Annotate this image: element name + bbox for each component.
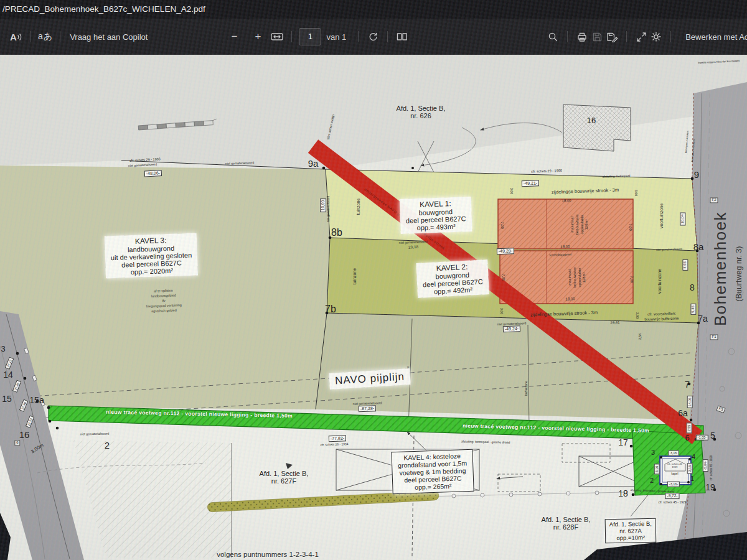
zoom-out-button[interactable]: − [222, 28, 246, 45]
page-view-button[interactable] [395, 28, 410, 45]
street-name-label: Bohemenhoek [711, 212, 730, 326]
pdf-page: cfr. schets 29 - 1966niet gematerialisee… [0, 0, 747, 560]
kavel3-area [0, 166, 330, 409]
pdf-toolbar: A aあ Vraag het aan Copilot − + van 1 [0, 19, 747, 55]
rotate-icon [368, 32, 378, 42]
read-aloud-waves-icon [17, 32, 22, 42]
gear-icon [651, 31, 662, 42]
divider [670, 31, 671, 42]
chapel-parcel-627a [660, 456, 691, 485]
fullscreen-icon [636, 32, 647, 42]
section-627a-label: Afd. 1, Sectie B,nr. 627A opp.=10m² [605, 518, 657, 543]
settings-button[interactable] [649, 28, 664, 45]
kavel3-label: KAVEL 3:landbouwgrond uit de verkaveling… [105, 233, 199, 278]
kavel2-label: KAVEL 2:bouwgrond deel perceel B627Copp.… [416, 259, 489, 298]
divider [387, 31, 388, 42]
pdf-title-bar: /PRECAD_Bohemenhoek_B627c_WICHELEN_A2.pd… [0, 0, 747, 19]
section-626-label: Afd. 1, Sectie B,nr. 626 [397, 105, 446, 119]
divider [31, 31, 31, 42]
divider [291, 31, 292, 42]
bottom-note: volgens puntnummers 1-2-3-4-1 [217, 551, 319, 558]
print-icon [576, 32, 588, 42]
divider [60, 31, 60, 42]
save-as-button[interactable] [604, 28, 619, 45]
read-aloud-button[interactable]: A [9, 28, 24, 45]
toolbar-center-group: − + van 1 [222, 28, 410, 45]
kavel1-label: KAVEL 1:bouwgrond deel perceel B627Copp.… [400, 197, 472, 234]
page-view-icon [397, 32, 408, 42]
fit-width-icon [270, 32, 284, 42]
save-button[interactable] [590, 28, 604, 45]
toolbar-left-group: A aあ Vraag het aan Copilot [0, 28, 148, 45]
save-icon [592, 32, 603, 42]
divider [358, 31, 359, 42]
ask-copilot-button[interactable]: Vraag het aan Copilot [70, 32, 148, 42]
divider [567, 31, 568, 42]
kavel3-note: af te splitsen landbouwgebied ifv toegan… [146, 288, 182, 314]
page-total-label: van 1 [326, 32, 346, 42]
read-aloud-glyph: A [10, 32, 17, 42]
street-sub-label: (Buurtweg nr. 3) [735, 246, 743, 302]
page-number-input[interactable] [299, 28, 321, 45]
section-628f-label: Afd. 1, Sectie B,nr. 628F [542, 516, 591, 531]
translate-button[interactable]: aあ [38, 28, 53, 45]
search-icon [548, 32, 558, 42]
pdf-filename: /PRECAD_Bohemenhoek_B627c_WICHELEN_A2.pd… [2, 4, 205, 14]
fit-width-button[interactable] [270, 28, 284, 45]
cadastral-plan-drawing [0, 0, 747, 560]
section-627f-label: Afd. 1, Sectie B,nr. 627F [260, 470, 309, 485]
toolbar-right-group: Bewerken met Acrobat [545, 28, 747, 45]
edit-with-acrobat-button[interactable]: Bewerken met Acrobat [685, 32, 747, 42]
search-button[interactable] [545, 28, 560, 45]
kavel4-label: KAVEL 4: kostelozegrondafstand voor 1,5m… [391, 449, 474, 495]
divider [626, 31, 627, 42]
screen: /PRECAD_Bohemenhoek_B627c_WICHELEN_A2.pd… [0, 0, 747, 560]
fullscreen-button[interactable] [634, 28, 649, 45]
print-button[interactable] [575, 28, 590, 45]
rotate-button[interactable] [365, 28, 380, 45]
save-as-icon [606, 32, 618, 42]
kavel1-building-zone [498, 199, 633, 249]
zoom-in-button[interactable]: + [246, 28, 270, 45]
